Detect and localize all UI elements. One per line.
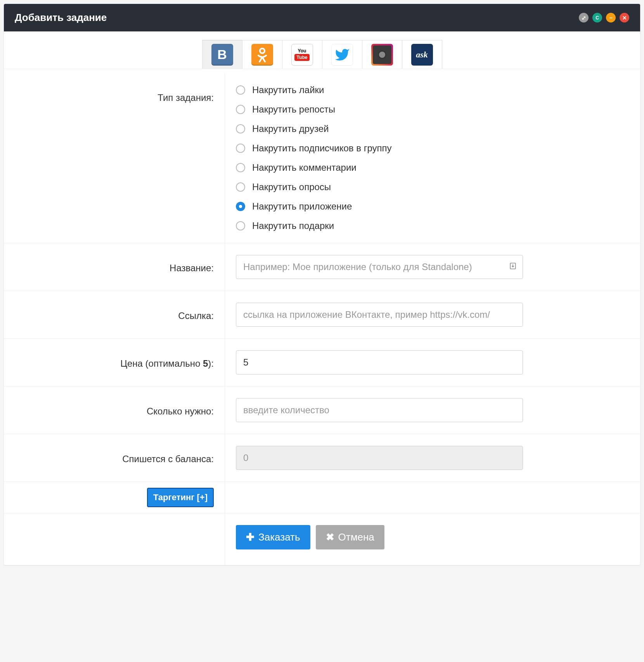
radio-icon xyxy=(236,144,245,153)
label-quantity: Сколько нужно: xyxy=(19,386,225,434)
svg-point-0 xyxy=(260,49,265,53)
radio-option-comments[interactable]: Накрутить комментарии xyxy=(236,162,523,173)
expand-icon: ⤢ xyxy=(582,15,586,21)
radio-icon xyxy=(236,202,245,211)
order-button[interactable]: ✚ Заказать xyxy=(236,525,310,549)
modal-header: Добавить задание ⤢ C − ✕ xyxy=(4,4,640,31)
twitter-icon xyxy=(331,44,353,66)
vk-icon: B xyxy=(211,44,233,66)
radio-icon xyxy=(236,221,245,230)
refresh-button[interactable]: C xyxy=(592,13,602,23)
fullscreen-button[interactable]: ⤢ xyxy=(579,13,589,23)
radio-option-likes[interactable]: Накрутить лайки xyxy=(236,85,523,95)
quantity-input[interactable] xyxy=(236,398,523,422)
tab-ask[interactable]: ask xyxy=(402,40,442,69)
modal-title: Добавить задание xyxy=(15,12,107,24)
label-balance: Спишется с баланса: xyxy=(19,434,225,482)
label-price: Цена (оптимально 5): xyxy=(19,339,225,386)
row-name: Название: xyxy=(4,243,640,291)
ok-icon xyxy=(251,44,273,66)
refresh-icon: C xyxy=(596,15,599,21)
balance-output xyxy=(236,446,523,470)
header-actions: ⤢ C − ✕ xyxy=(579,13,629,23)
radio-option-polls[interactable]: Накрутить опросы xyxy=(236,182,523,192)
row-task-type: Тип задания: Накрутить лайки Накрутить р… xyxy=(4,69,640,243)
link-input[interactable] xyxy=(236,303,523,327)
radio-icon xyxy=(236,182,245,192)
tab-vk[interactable]: B xyxy=(202,40,242,69)
row-footer: ✚ Заказать ✖ Отмена xyxy=(4,513,640,565)
radio-option-app[interactable]: Накрутить приложение xyxy=(236,201,523,212)
modal-body: B You Tube xyxy=(4,31,640,565)
social-network-tabs: B You Tube xyxy=(4,31,640,69)
cancel-button[interactable]: ✖ Отмена xyxy=(316,525,384,549)
row-price: Цена (оптимально 5): xyxy=(4,339,640,386)
close-icon: ✕ xyxy=(622,15,627,21)
plus-icon: ✚ xyxy=(246,531,254,543)
tab-ok[interactable] xyxy=(242,40,282,69)
tab-twitter[interactable] xyxy=(322,40,362,69)
radio-option-subscribers[interactable]: Накрутить подписчиков в группу xyxy=(236,143,523,154)
row-balance: Спишется с баланса: xyxy=(4,434,640,482)
row-link: Ссылка: xyxy=(4,291,640,339)
name-input[interactable] xyxy=(236,255,523,279)
radio-option-friends[interactable]: Накрутить друзей xyxy=(236,123,523,134)
tab-youtube[interactable]: You Tube xyxy=(282,40,322,69)
ask-icon: ask xyxy=(411,44,433,66)
row-quantity: Сколько нужно: xyxy=(4,386,640,434)
close-button[interactable]: ✕ xyxy=(620,13,629,23)
radio-option-gifts[interactable]: Накрутить подарки xyxy=(236,220,523,231)
radio-icon xyxy=(236,124,245,133)
label-name: Название: xyxy=(19,243,225,291)
close-icon: ✖ xyxy=(326,531,334,543)
radio-icon xyxy=(236,85,245,95)
label-task-type: Тип задания: xyxy=(19,73,225,243)
radio-icon xyxy=(236,105,245,114)
price-input[interactable] xyxy=(236,350,523,374)
youtube-icon: You Tube xyxy=(291,44,313,66)
minimize-icon: − xyxy=(609,15,612,21)
instagram-icon xyxy=(371,44,393,66)
add-task-modal: Добавить задание ⤢ C − ✕ B xyxy=(4,4,640,565)
targeting-button[interactable]: Таргетинг [+] xyxy=(147,488,214,507)
save-icon xyxy=(509,262,517,272)
footer-actions: ✚ Заказать ✖ Отмена xyxy=(236,525,384,549)
radio-option-reposts[interactable]: Накрутить репосты xyxy=(236,104,523,115)
radio-icon xyxy=(236,163,245,172)
label-link: Ссылка: xyxy=(19,291,225,338)
form-section: Тип задания: Накрутить лайки Накрутить р… xyxy=(4,69,640,565)
row-targeting: Таргетинг [+] xyxy=(4,482,640,513)
tab-instagram[interactable] xyxy=(362,40,402,69)
task-type-radio-list: Накрутить лайки Накрутить репосты Накрут… xyxy=(236,85,523,231)
minimize-button[interactable]: − xyxy=(606,13,616,23)
